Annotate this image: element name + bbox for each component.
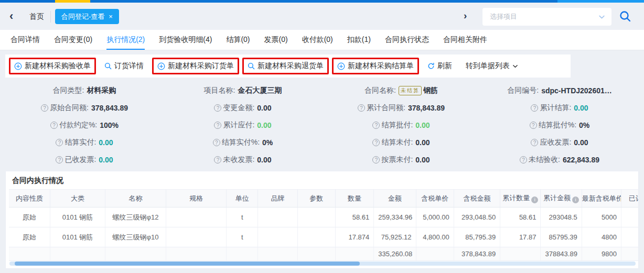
cell: 原始: [9, 227, 50, 247]
help-icon[interactable]: ?: [214, 104, 221, 112]
help-icon[interactable]: ?: [358, 104, 365, 112]
section-title: 合同内执行情况: [12, 176, 638, 185]
help-icon[interactable]: ?: [530, 122, 537, 129]
tab-5[interactable]: 发票(0): [264, 30, 288, 50]
help-icon[interactable]: ?: [372, 156, 380, 163]
nav-home-link[interactable]: 首页: [29, 12, 44, 21]
col-header-label: 参数: [309, 194, 323, 202]
cell: [227, 247, 258, 261]
summary-item-13: ?结算实付%:0%: [213, 138, 273, 147]
cell: 9800: [582, 247, 621, 261]
tab-0[interactable]: 合同详情: [10, 30, 40, 50]
help-icon[interactable]: ?: [50, 122, 58, 129]
project-select-placeholder: 选择项目: [490, 12, 598, 21]
toolbar-button-2[interactable]: 新建材料采购订货单: [157, 61, 234, 71]
cell: [9, 247, 50, 261]
col-header-label: 已订货数量: [629, 194, 639, 202]
toolbar-item: 刷新: [422, 58, 457, 74]
summary-label: ?结算批付:: [372, 121, 413, 130]
help-icon[interactable]: ?: [372, 139, 380, 146]
chevron-down-icon: [598, 14, 605, 20]
summary-label: ?累计结算:: [531, 103, 571, 113]
col-header-14: 已订货数量: [621, 190, 639, 208]
help-icon[interactable]: ?: [531, 139, 538, 146]
cell: 17.87: [500, 227, 541, 247]
summary-label: ?未结验收:: [520, 155, 560, 165]
info-icon[interactable]: i: [531, 196, 538, 203]
summary-label: ?付款约定%:: [50, 121, 97, 130]
table-row-1[interactable]: 原始0101 钢筋螺纹三级钢φ10t17.87475,925.124,800.0…: [9, 227, 639, 247]
col-header-1: 大类: [50, 190, 105, 208]
search-icon[interactable]: [619, 10, 631, 23]
cell: 378843.89: [541, 247, 582, 261]
help-icon[interactable]: ?: [214, 156, 221, 163]
cell: 原始: [9, 208, 50, 227]
toolbar-button-label: 新建材料采购订货单: [168, 61, 234, 71]
help-icon[interactable]: ?: [520, 156, 527, 163]
tab-9[interactable]: 合同相关附件: [443, 30, 487, 50]
help-icon[interactable]: ?: [56, 156, 63, 163]
cell: [166, 227, 226, 247]
col-header-label: 含税金额: [463, 194, 490, 202]
help-icon[interactable]: ?: [213, 139, 220, 146]
toolbar-button-4[interactable]: 新建材料采购结算单: [337, 61, 414, 71]
tab-8[interactable]: 合同执行状态: [385, 30, 429, 50]
close-icon[interactable]: ×: [109, 13, 113, 20]
toolbar-item: 订货详情: [99, 58, 149, 74]
doc-tab-contract-view[interactable]: 合同登记-查看 ×: [55, 9, 119, 24]
tab-7[interactable]: 扣款(1): [347, 30, 371, 50]
horizontal-scrollbar[interactable]: [9, 261, 636, 266]
col-header-0: 内容性质: [9, 190, 50, 208]
cell: t: [227, 227, 258, 247]
summary-item-2: 合同名称:未结算钢筋: [364, 86, 438, 95]
tab-4[interactable]: 结算(0): [226, 30, 250, 50]
summary-item-7: ?累计结算:0.00: [531, 103, 588, 113]
col-header-11: 累计数量i: [500, 190, 541, 208]
project-select[interactable]: 选择项目: [482, 8, 611, 26]
help-icon[interactable]: ?: [41, 104, 48, 112]
summary-value: 0.00: [257, 104, 271, 112]
summary-item-14: ?结算未付:0.00: [372, 138, 430, 147]
cell: [258, 247, 297, 261]
tab-1[interactable]: 合同变更(0): [54, 30, 92, 50]
forward-chevron-icon[interactable]: ›: [464, 10, 467, 21]
scrollbar-thumb[interactable]: [15, 261, 360, 266]
summary-value: 378,843.89: [91, 104, 128, 112]
circle-plus-icon: [157, 62, 165, 70]
cell: 17.874: [335, 227, 373, 247]
toolbar-button-5[interactable]: 刷新: [427, 61, 452, 71]
summary-label: ?应收发票:: [531, 138, 571, 147]
help-icon[interactable]: ?: [372, 122, 380, 129]
col-header-label: 累计数量: [502, 194, 530, 202]
help-icon[interactable]: ?: [56, 139, 63, 146]
cell: 0101 钢筋: [50, 227, 105, 247]
cell: 1: [621, 227, 639, 247]
cell: [416, 247, 454, 261]
toolbar-button-1[interactable]: 订货详情: [104, 61, 144, 71]
summary-label: ?结算未付:: [372, 138, 413, 147]
cell: 85795.39: [541, 227, 582, 247]
table-row-0[interactable]: 原始0101 钢筋螺纹三级钢φ12t58.61259,334.965,000.0…: [9, 208, 639, 227]
tab-6[interactable]: 收付款(0): [302, 30, 333, 50]
contract-summary: 合同类型:材料采购项目名称:金石大厦三期合同名称:未结算钢筋合同编号:sdpc-…: [5, 79, 639, 170]
tab-3[interactable]: 到货验收明细(4): [159, 30, 212, 50]
summary-value: 材料采购: [87, 86, 116, 95]
tab-2-active[interactable]: 执行情况(2): [106, 30, 145, 50]
toolbar-button-label: 新建材料采购结算单: [348, 61, 414, 71]
back-chevron-icon[interactable]: ‹: [9, 9, 13, 23]
toolbar-button-3[interactable]: 新建材料采购退货单: [248, 61, 324, 71]
toolbar-button-6[interactable]: 转到单据列表: [466, 61, 518, 71]
cell: [621, 247, 639, 261]
summary-item-3: 合同编号:sdpc-HTDJ202601…: [507, 86, 612, 95]
table-total-row[interactable]: 335,260.08378,843.89378843.899800: [9, 247, 639, 261]
help-icon[interactable]: ?: [531, 104, 538, 112]
cell: 259,334.96: [374, 208, 416, 227]
info-icon[interactable]: i: [572, 196, 579, 203]
col-header-label: 规格: [189, 194, 203, 202]
cell: [258, 208, 297, 227]
col-header-12: 累计金额i: [541, 190, 582, 208]
col-header-label: 数量: [348, 194, 361, 202]
toolbar-button-0[interactable]: 新建材料采购验收单: [14, 61, 91, 71]
col-header-4: 单位: [227, 190, 258, 208]
help-icon[interactable]: ?: [214, 122, 221, 129]
